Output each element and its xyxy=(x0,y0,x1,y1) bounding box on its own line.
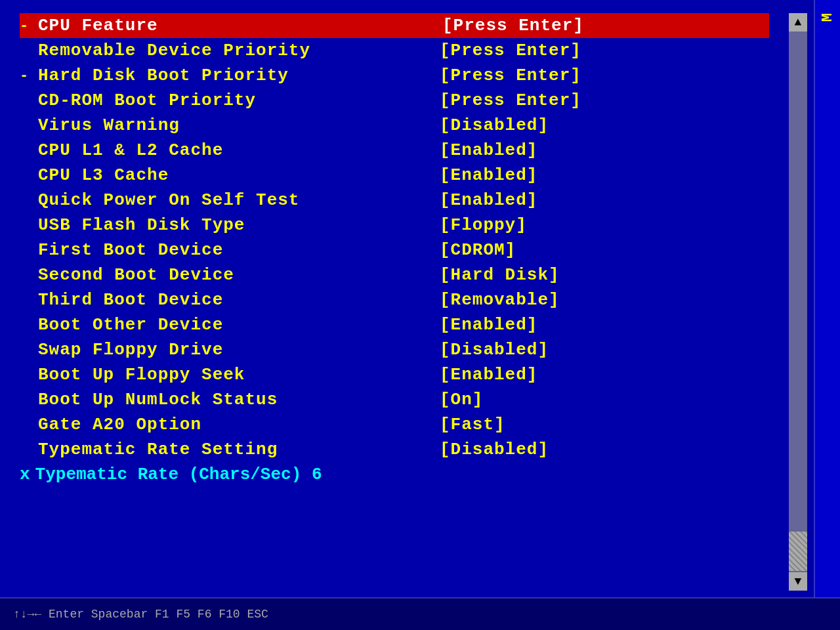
item-value: [Press Enter] xyxy=(440,91,581,110)
menu-row[interactable]: Third Boot Device[Removable] xyxy=(20,287,769,312)
item-label: Boot Other Device xyxy=(20,315,440,335)
scrollbar-up-arrow[interactable]: ▲ xyxy=(789,13,807,32)
item-value: [Press Enter] xyxy=(440,16,587,35)
item-label: Swap Floppy Drive xyxy=(20,340,440,360)
bios-screen: -CPU Feature[Press Enter] Removable Devi… xyxy=(0,0,840,630)
scrollbar-track xyxy=(789,32,807,591)
item-label: Typematic Rate Setting xyxy=(20,440,440,459)
menu-row[interactable]: Second Boot Device[Hard Disk] xyxy=(20,262,769,287)
arrow-indicator: - xyxy=(20,68,33,84)
item-value: [Press Enter] xyxy=(440,41,581,60)
item-label-text: USB Flash Disk Type xyxy=(38,215,245,235)
menu-row[interactable]: Swap Floppy Drive[Disabled] xyxy=(20,337,769,362)
item-label: -Hard Disk Boot Priority xyxy=(20,66,440,85)
right-panel-label: M xyxy=(820,13,836,22)
item-value: [Disabled] xyxy=(440,116,549,135)
item-label: Virus Warning xyxy=(20,116,440,135)
item-value: [Disabled] xyxy=(440,340,549,360)
item-value: [Enabled] xyxy=(440,190,537,210)
item-label-text: Second Boot Device xyxy=(38,265,234,285)
item-value: [Press Enter] xyxy=(440,66,581,85)
menu-row[interactable]: Quick Power On Self Test[Enabled] xyxy=(20,188,769,213)
scrollbar-down-arrow[interactable]: ▼ xyxy=(789,572,807,591)
item-label: -CPU Feature xyxy=(20,16,440,35)
x-marker: x xyxy=(20,465,30,484)
menu-row[interactable]: Boot Up Floppy Seek[Enabled] xyxy=(20,362,769,387)
menu-row[interactable]: First Boot Device[CDROM] xyxy=(20,238,769,262)
menu-row[interactable]: CPU L3 Cache[Enabled] xyxy=(20,163,769,188)
item-label-text: CPU L1 & L2 Cache xyxy=(38,140,223,160)
item-value: [Hard Disk] xyxy=(440,265,560,285)
menu-row[interactable]: CD-ROM Boot Priority[Press Enter] xyxy=(20,88,769,113)
bottom-hints: ↑↓→← Enter Spacebar F1 F5 F6 F10 ESC xyxy=(13,608,268,621)
menu-row[interactable]: -Hard Disk Boot Priority[Press Enter] xyxy=(20,63,769,88)
item-value: [CDROM] xyxy=(440,240,516,260)
item-label-text: CPU L3 Cache xyxy=(38,165,169,185)
menu-row[interactable]: CPU L1 & L2 Cache[Enabled] xyxy=(20,138,769,163)
bottom-typematic-item: x Typematic Rate (Chars/Sec) 6 xyxy=(20,462,769,487)
menu-row[interactable]: Removable Device Priority[Press Enter] xyxy=(20,38,769,63)
item-value: [Enabled] xyxy=(440,165,537,185)
menu-row[interactable]: USB Flash Disk Type[Floppy] xyxy=(20,213,769,238)
item-label-text: Gate A20 Option xyxy=(38,415,201,434)
item-label: Removable Device Priority xyxy=(20,41,440,60)
item-label-text: Typematic Rate Setting xyxy=(38,440,278,459)
item-label-text: First Boot Device xyxy=(38,240,223,260)
menu-row[interactable]: Typematic Rate Setting[Disabled] xyxy=(20,437,769,462)
item-label-text: Boot Up NumLock Status xyxy=(38,390,278,410)
menu-row[interactable]: Gate A20 Option[Fast] xyxy=(20,412,769,437)
item-label: CPU L3 Cache xyxy=(20,165,440,185)
item-label-text: Swap Floppy Drive xyxy=(38,340,223,360)
item-label: Quick Power On Self Test xyxy=(20,190,440,210)
item-value: [Enabled] xyxy=(440,140,537,160)
item-label: Gate A20 Option xyxy=(20,415,440,434)
item-value: [Disabled] xyxy=(440,440,549,459)
main-content: -CPU Feature[Press Enter] Removable Devi… xyxy=(0,0,789,630)
item-value: [Removable] xyxy=(440,290,560,310)
menu-items: -CPU Feature[Press Enter] Removable Devi… xyxy=(20,13,769,462)
menu-row[interactable]: -CPU Feature[Press Enter] xyxy=(20,13,769,38)
item-label-text: Boot Other Device xyxy=(38,315,223,335)
item-label: CPU L1 & L2 Cache xyxy=(20,140,440,160)
bottom-item-label: Typematic Rate (Chars/Sec) 6 xyxy=(35,465,322,484)
item-value: [Fast] xyxy=(440,415,505,434)
menu-row[interactable]: Boot Other Device[Enabled] xyxy=(20,312,769,337)
item-value: [Floppy] xyxy=(440,215,527,235)
item-label-text: Quick Power On Self Test xyxy=(38,190,299,210)
item-value: [On] xyxy=(440,390,483,410)
right-panel: M xyxy=(814,0,840,630)
item-label-text: Removable Device Priority xyxy=(38,41,310,60)
item-label-text: Hard Disk Boot Priority xyxy=(38,66,289,85)
arrow-indicator: - xyxy=(20,18,33,34)
item-label: Boot Up NumLock Status xyxy=(20,390,440,410)
item-label-text: CPU Feature xyxy=(38,16,158,35)
scrollbar-thumb xyxy=(789,532,807,571)
item-label: First Boot Device xyxy=(20,240,440,260)
menu-row[interactable]: Boot Up NumLock Status[On] xyxy=(20,387,769,412)
item-label: Boot Up Floppy Seek xyxy=(20,365,440,385)
menu-row[interactable]: Virus Warning[Disabled] xyxy=(20,113,769,138)
item-label: Third Boot Device xyxy=(20,290,440,310)
item-label: USB Flash Disk Type xyxy=(20,215,440,235)
item-value: [Enabled] xyxy=(440,315,537,335)
item-label-text: Virus Warning xyxy=(38,116,180,135)
item-label-text: CD-ROM Boot Priority xyxy=(38,91,256,110)
item-label-text: Boot Up Floppy Seek xyxy=(38,365,245,385)
item-label: CD-ROM Boot Priority xyxy=(20,91,440,110)
bottom-bar: ↑↓→← Enter Spacebar F1 F5 F6 F10 ESC xyxy=(0,597,840,630)
item-value: [Enabled] xyxy=(440,365,537,385)
scrollbar[interactable]: ▲ ▼ xyxy=(789,13,807,591)
item-label-text: Third Boot Device xyxy=(38,290,223,310)
item-label: Second Boot Device xyxy=(20,265,440,285)
